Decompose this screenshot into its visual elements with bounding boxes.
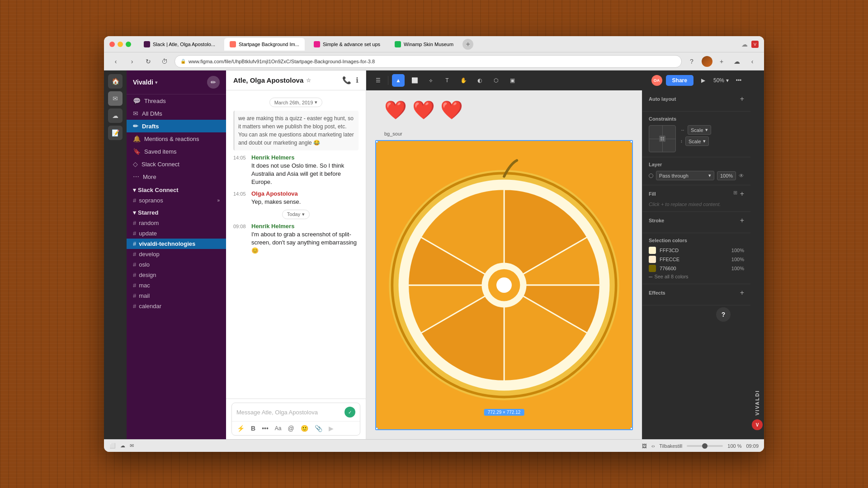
figma-canvas[interactable]: ❤️ ❤️ ❤️ bg_sour [366,90,642,439]
figma-play-button[interactable]: ▶ [697,74,710,87]
tab-winamp[interactable]: Winamp Skin Museum [389,38,459,51]
title-bar: Slack | Atle, Olga Apostolo... Startpage… [104,36,764,52]
resize-handle-br[interactable] [630,427,633,430]
maximize-button[interactable] [126,42,131,47]
figma-frame-tool[interactable]: ⬜ [408,74,421,87]
figma-proto-tool[interactable]: ▣ [506,74,519,87]
visibility-toggle[interactable]: 👁 [739,173,744,179]
new-tab-button[interactable]: + [462,39,473,50]
send-arrow-icon[interactable]: ▶ [327,423,335,433]
vivaldi-cloud-icon[interactable]: ☁ [108,108,123,123]
code-icon[interactable]: ‹› [651,443,655,449]
sidebar-item-all-dms[interactable]: ✉ All DMs [127,107,226,120]
cloud-sync-button[interactable]: ☁ [731,55,743,68]
status-mail-icon[interactable]: ✉ [130,443,134,449]
opacity-input[interactable]: 100% [717,171,736,180]
vivaldi-mail-icon[interactable]: ✉ [108,91,123,106]
color-swatch-1[interactable] [649,247,656,254]
status-grid-icon[interactable]: ⬜ [109,443,116,449]
auto-layout-add-button[interactable]: + [740,95,744,103]
channel-update[interactable]: # update [127,228,226,239]
ellipsis-icon[interactable]: ••• [260,423,270,433]
compose-button[interactable]: ✏ [207,76,220,89]
nav-back2-button[interactable]: ‹ [746,55,759,68]
resize-handle-tl[interactable] [375,140,378,143]
message-input-top[interactable]: Message Atle, Olga Apostolova ✓ [232,403,360,421]
sidebar-item-more[interactable]: ⋯ More [127,170,226,183]
forward-button[interactable]: › [126,55,138,68]
see-all-colors-button[interactable]: ••• See all 8 colors [649,274,744,279]
figma-component-tool[interactable]: ⬡ [490,74,502,87]
address-bar[interactable]: 🔒 www.figma.com/file/UhpBtklufv91mjl1On9… [175,55,682,68]
screenshot-icon[interactable]: 🖼 [642,443,647,449]
channel-mail[interactable]: # mail [127,291,226,301]
blend-mode-select[interactable]: Pass through ▾ [656,171,714,180]
attachment-icon[interactable]: 📎 [313,423,324,433]
help-button[interactable]: ? [716,307,731,322]
resize-handle-tr[interactable] [630,140,633,143]
search-button[interactable]: ? [685,55,698,68]
slack-connect-section-header[interactable]: ▾ Slack Connect [127,183,226,195]
channel-oslo[interactable]: # oslo [127,259,226,270]
bold-icon[interactable]: B [250,423,257,433]
mention-icon[interactable]: @ [287,423,296,433]
back-button[interactable]: ‹ [109,55,122,68]
sidebar-item-slack-connect[interactable]: ◇ Slack Connect [127,158,226,170]
info-icon[interactable]: ℹ [356,76,359,84]
canvas-image[interactable]: 772.29 × 772.12 [375,140,633,430]
figma-hand-tool[interactable]: ✋ [457,74,470,87]
figma-menu-button[interactable]: ☰ [372,74,384,87]
figma-select-tool[interactable]: ▲ [392,74,405,87]
refresh-button[interactable]: ↻ [142,55,155,68]
tab-simple[interactable]: Simple & advance set ups [308,38,386,51]
channel-vivaldi-tech[interactable]: # vivaldi-technologies [127,239,226,249]
sidebar-item-mentions[interactable]: 🔔 Mentions & reactions [127,132,226,145]
figma-shape-tool[interactable]: ⟡ [425,74,437,87]
send-button[interactable]: ✓ [344,407,355,418]
sidebar-item-saved[interactable]: 🔖 Saved items [127,145,226,158]
channel-random[interactable]: # random [127,218,226,228]
font-icon[interactable]: Aa [274,424,283,433]
share-button[interactable]: Share [666,75,693,86]
resize-handle-bl[interactable] [375,427,378,430]
date-button-march[interactable]: March 26th, 2019 ▾ [269,98,323,107]
figma-more-button[interactable]: ••• [732,74,745,87]
starred-section-header[interactable]: ▾ Starred [127,206,226,218]
channel-mac[interactable]: # mac [127,280,226,291]
channel-design[interactable]: # design [127,270,226,280]
fill-add-button[interactable]: + [740,190,744,198]
history-button[interactable]: ⏱ [158,55,171,68]
scale-h-select[interactable]: Scale ▾ [688,125,711,135]
sidebar-item-drafts[interactable]: ✏ Drafts [127,120,226,132]
channel-sopranos[interactable]: # sopranos » [127,195,226,206]
workspace-name[interactable]: Vivaldi ▾ [133,79,157,86]
effects-add-button[interactable]: + [740,289,744,297]
vivaldi-home-icon[interactable]: 🏠 [108,74,123,89]
stroke-add-button[interactable]: + [740,216,744,225]
channel-calendar[interactable]: # calendar [127,301,226,311]
add-button[interactable]: + [715,55,728,68]
tab-figma[interactable]: Startpage Background Im... [224,38,305,51]
fill-grid-icon[interactable]: ⊞ [733,190,737,198]
chat-star-icon[interactable]: ☆ [306,77,311,84]
emoji-icon[interactable]: 🙂 [299,423,310,433]
zoom-slider[interactable] [687,445,723,447]
zoom-thumb[interactable] [702,443,708,449]
date-button-today[interactable]: Today ▾ [282,210,310,219]
figma-zoom-control[interactable]: 50% ▾ [713,77,729,84]
vivaldi-notes-icon[interactable]: 📝 [108,126,123,140]
lightning-icon[interactable]: ⚡ [236,423,246,433]
sidebar-item-threads[interactable]: 💬 Threads [127,94,226,107]
vivaldi-left-sidebar: 🏠 ✉ ☁ 📝 [104,70,127,439]
color-swatch-2[interactable] [649,256,656,263]
channel-develop[interactable]: # develop [127,249,226,259]
phone-icon[interactable]: 📞 [342,76,351,84]
tab-slack[interactable]: Slack | Atle, Olga Apostolo... [138,38,221,51]
status-cloud-icon[interactable]: ☁ [120,443,125,449]
figma-fill-tool[interactable]: ◐ [473,74,486,87]
color-swatch-3[interactable] [649,265,656,272]
minimize-button[interactable] [118,42,123,47]
close-button[interactable] [109,42,115,47]
figma-text-tool[interactable]: T [441,74,453,87]
scale-v-select[interactable]: Scale ▾ [685,136,709,146]
